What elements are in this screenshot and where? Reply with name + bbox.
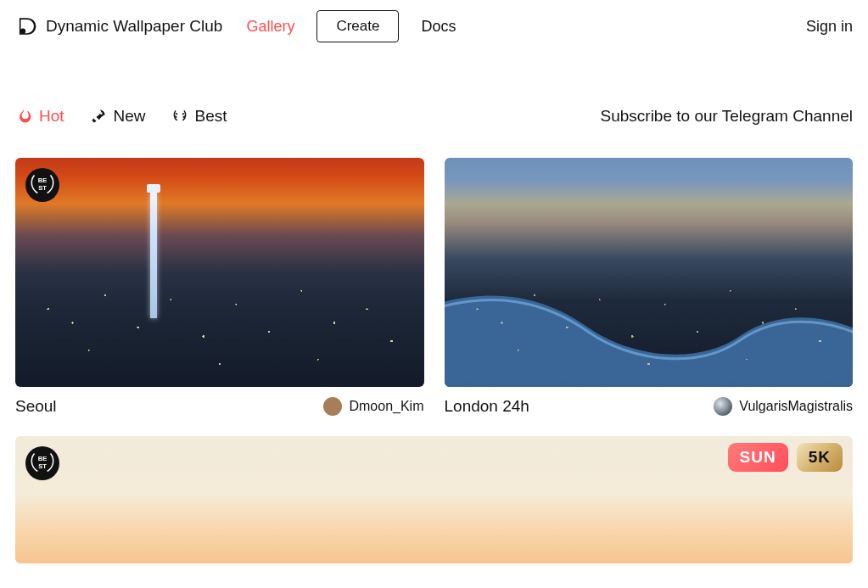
header: Dynamic Wallpaper Club Gallery Create Do… [0, 0, 868, 49]
brand[interactable]: Dynamic Wallpaper Club [15, 15, 222, 37]
wallpaper-card: London 24h VulgarisMagistralis [445, 158, 854, 416]
wallpaper-title[interactable]: Seoul [15, 397, 57, 416]
tag-row: SUN 5K [728, 443, 843, 472]
author-avatar[interactable] [323, 397, 342, 416]
card-meta: Seoul Dmoon_Kim [15, 397, 424, 416]
svg-point-1 [100, 112, 103, 115]
wallpaper-thumb-seoul[interactable]: BE ST [15, 158, 424, 387]
wallpaper-title[interactable]: London 24h [445, 397, 529, 416]
author-name[interactable]: Dmoon_Kim [349, 399, 423, 414]
brand-name: Dynamic Wallpaper Club [46, 17, 222, 36]
laurel-icon [171, 108, 188, 125]
best-badge: BE ST [25, 446, 59, 480]
svg-text:ST: ST [38, 462, 47, 470]
tab-hot-label: Hot [39, 107, 64, 126]
svg-point-0 [20, 28, 26, 34]
nav-docs[interactable]: Docs [421, 18, 456, 36]
logo-icon [15, 15, 37, 37]
wallpaper-thumb-wide[interactable]: BE ST SUN 5K [15, 436, 853, 563]
top-nav: Gallery Create Docs [246, 10, 456, 42]
nav-gallery[interactable]: Gallery [246, 18, 294, 36]
tab-hot[interactable]: Hot [15, 107, 64, 126]
tag-5k: 5K [797, 443, 843, 472]
tab-new-label: New [114, 107, 146, 126]
author-avatar[interactable] [714, 397, 732, 416]
author-name[interactable]: VulgarisMagistralis [739, 399, 853, 414]
rocket-icon [90, 108, 107, 125]
tab-new[interactable]: New [90, 107, 146, 126]
svg-text:ST: ST [38, 184, 47, 192]
fire-icon [15, 108, 32, 125]
tag-sun: SUN [728, 443, 788, 472]
filter-bar: Hot New Best Subscribe to our Telegram C… [0, 107, 868, 126]
best-badge: BE ST [25, 168, 59, 202]
gallery-grid: BE ST Seoul Dmoon_Kim London 24h [0, 158, 868, 563]
tab-best[interactable]: Best [171, 107, 227, 126]
tab-best-label: Best [195, 107, 227, 126]
nav-create[interactable]: Create [316, 10, 399, 42]
sort-tabs: Hot New Best [15, 107, 227, 126]
card-meta: London 24h VulgarisMagistralis [445, 397, 854, 416]
telegram-cta[interactable]: Subscribe to our Telegram Channel [601, 107, 854, 126]
sign-in-link[interactable]: Sign in [806, 18, 853, 36]
wallpaper-thumb-london[interactable] [445, 158, 854, 387]
wallpaper-card-wide: BE ST SUN 5K [15, 436, 853, 563]
wallpaper-card: BE ST Seoul Dmoon_Kim [15, 158, 424, 416]
